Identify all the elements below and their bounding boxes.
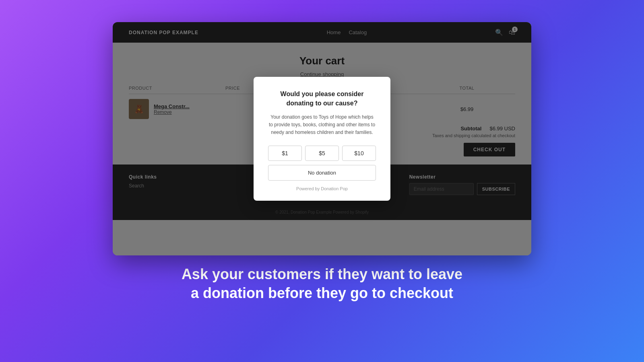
amount-10-button[interactable]: $10	[342, 146, 376, 161]
bottom-tagline: Ask your customers if they want to leave…	[165, 265, 479, 303]
donation-modal: Would you please consider donating to ou…	[254, 77, 390, 200]
modal-overlay: Would you please consider donating to ou…	[113, 22, 531, 255]
modal-description: Your donation goes to Toys of Hope which…	[268, 113, 376, 137]
modal-title: Would you please consider donating to ou…	[268, 90, 376, 108]
tagline-line2: a donation before they go to checkout	[182, 284, 462, 303]
browser-window: DONATION POP EXAMPLE Home Catalog 🔍 🛍 1 …	[113, 22, 531, 255]
powered-by: Powered by Donation Pop	[268, 186, 376, 191]
no-donation-button[interactable]: No donation	[268, 165, 376, 181]
tagline-line1: Ask your customers if they want to leave	[182, 265, 462, 284]
amount-1-button[interactable]: $1	[268, 146, 302, 161]
amount-5-button[interactable]: $5	[305, 146, 339, 161]
store-page: DONATION POP EXAMPLE Home Catalog 🔍 🛍 1 …	[113, 22, 531, 255]
donation-amounts: $1 $5 $10	[268, 146, 376, 161]
